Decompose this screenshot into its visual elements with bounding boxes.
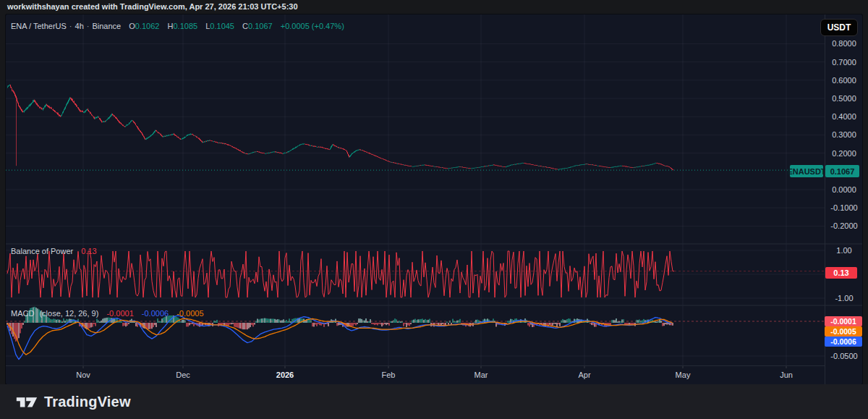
axis-tick-label: 0.3000 [825,130,863,139]
axis-tick-label: 0.8000 [825,39,863,48]
axis-tick-label: 1.00 [825,246,863,255]
open-value: 0.1062 [135,22,160,30]
time-tick-label: Apr [578,371,590,379]
chart-canvas[interactable] [6,14,862,384]
macd-legend: MACD (close, 12, 26, 9) -0.0001 -0.0006 … [11,309,204,318]
axis-tick-label: -0.1000 [825,203,863,212]
candlestick-series [8,85,673,171]
chart-widget: ENA / TetherUS·4h·Binance O0.1062 H0.108… [6,14,862,384]
high-value: 0.1085 [174,22,198,30]
low-value: 0.1045 [210,22,234,30]
change-value: +0.0005 (+0.47%) [281,22,344,30]
currency-toggle-button[interactable]: USDT [820,19,858,36]
time-tick-label: Feb [382,371,396,379]
axis-tick-label: 0.2000 [825,149,863,158]
bottom-brand-bar: TradingView [0,384,868,419]
axis-tick-label: 0.7000 [825,58,863,67]
ticker-price-tag: ENAUSDT [790,165,823,177]
tradingview-logo-icon[interactable] [16,393,38,410]
close-value: 0.1067 [248,22,273,30]
axis-tick-label: 0.5000 [825,94,863,103]
axis-tick-label: 0.6000 [825,76,863,85]
bop-title: Balance of Power [11,247,73,255]
macd-params: (close, 12, 26, 9) [39,309,98,318]
time-tick-label: May [676,371,691,379]
exchange-label: Binance [92,22,121,30]
bop-value-tag: 0.13 [825,267,857,279]
symbol-legend: ENA / TetherUS·4h·Binance O0.1062 H0.108… [11,22,344,31]
macd-line-value: -0.0006 [142,309,169,318]
open-key: O [129,22,135,30]
time-tick-label: Nov [76,371,90,379]
tradingview-logo-text[interactable]: TradingView [44,394,131,410]
macd-line-tag: -0.0006 [825,337,862,347]
bop-value: 0.13 [81,247,96,255]
time-tick-label: Jun [780,371,793,379]
interval-label: 4h [75,22,84,30]
current-price-tag: 0.1067 [825,165,859,177]
high-key: H [168,22,174,30]
macd-hist-tag: -0.0001 [825,316,862,326]
macd-signal-tag: -0.0005 [825,326,862,337]
axis-tick-label: -0.2000 [825,221,863,230]
close-key: C [242,22,248,30]
time-tick-label: Mar [475,371,488,379]
bop-legend: Balance of Power 0.13 [11,247,97,256]
symbol-name: ENA / TetherUS [11,22,67,30]
axis-tick-label: -1.00 [825,294,863,302]
time-tick-label: 2026 [276,371,294,379]
axis-tick-label: -0.0500 [825,352,863,360]
macd-signal-value: -0.0005 [176,309,203,318]
axis-tick-label: 0.0000 [825,185,863,194]
macd-hist-value: -0.0001 [106,309,133,318]
time-tick-label: Dec [176,371,190,379]
macd-title: MACD [11,309,34,318]
time-axis[interactable]: NovDec2026FebMarAprMayJun [6,365,825,385]
attribution-text: workwithshayan created with TradingView.… [7,2,298,11]
axis-tick-label: 0.4000 [825,112,863,121]
